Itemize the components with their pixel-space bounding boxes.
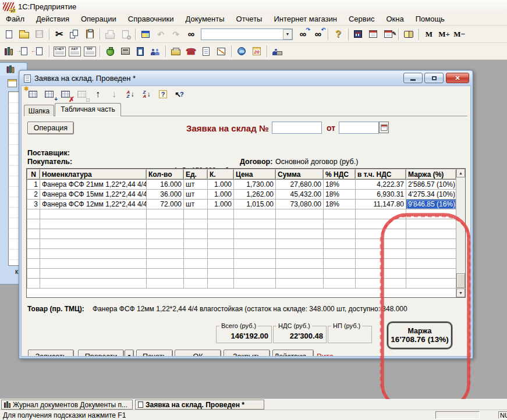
memory-icon[interactable]: M bbox=[421, 27, 437, 41]
help-icon[interactable]: ? bbox=[331, 27, 346, 41]
partners-icon[interactable] bbox=[148, 44, 163, 59]
empty-table-cell[interactable] bbox=[276, 269, 324, 279]
ok-button[interactable]: ОК bbox=[175, 350, 221, 357]
empty-table-cell[interactable] bbox=[234, 259, 276, 269]
empty-table-cell[interactable] bbox=[147, 269, 184, 279]
table-cell[interactable]: 4,222.37 bbox=[356, 180, 406, 190]
empty-table-cell[interactable] bbox=[276, 239, 324, 249]
book-description-icon[interactable] bbox=[401, 27, 416, 41]
table-cell[interactable]: шт bbox=[184, 180, 208, 190]
calendar-date-icon[interactable]: 20 bbox=[249, 44, 264, 59]
empty-table-cell[interactable] bbox=[234, 279, 276, 289]
empty-table-cell[interactable] bbox=[208, 209, 234, 219]
empty-table-cell[interactable] bbox=[406, 229, 456, 239]
operation-button[interactable]: Операция bbox=[27, 122, 74, 134]
table-cell[interactable]: шт bbox=[184, 200, 208, 209]
row-delete-icon[interactable]: ✗ bbox=[58, 87, 73, 102]
empty-table-cell[interactable] bbox=[27, 209, 40, 219]
calculator-icon[interactable] bbox=[350, 27, 366, 41]
table-cell[interactable]: 11,147.80 bbox=[356, 200, 406, 209]
actions-button[interactable]: Действия... bbox=[272, 350, 314, 357]
empty-table-cell[interactable] bbox=[147, 279, 184, 289]
menu-item-0[interactable]: Файл bbox=[0, 13, 30, 25]
empty-table-cell[interactable] bbox=[147, 239, 184, 249]
find-previous-icon[interactable]: ∞↶ bbox=[310, 27, 325, 41]
document-out-icon[interactable]: ← bbox=[31, 44, 47, 59]
empty-table-cell[interactable] bbox=[147, 219, 184, 229]
calendar-icon[interactable] bbox=[366, 27, 381, 41]
empty-table-cell[interactable] bbox=[356, 229, 406, 239]
memory-plus-icon[interactable]: M+ bbox=[437, 27, 452, 41]
empty-table-cell[interactable] bbox=[208, 269, 234, 279]
scroll-down-arrow[interactable]: ▼ bbox=[456, 289, 465, 297]
act-doc-icon[interactable]: АКТ bbox=[67, 44, 82, 59]
money-bag-icon[interactable] bbox=[102, 44, 118, 59]
empty-table-cell[interactable] bbox=[40, 219, 147, 229]
empty-table-cell[interactable] bbox=[276, 219, 324, 229]
empty-table-cell[interactable] bbox=[40, 209, 147, 219]
help-box-icon[interactable]: ? bbox=[155, 87, 171, 102]
combobox-dropdown-icon[interactable]: ▼ bbox=[283, 29, 292, 40]
table-cell[interactable]: 45,432.00 bbox=[276, 190, 324, 200]
find-next-icon[interactable]: ∞↷ bbox=[295, 27, 310, 41]
table-cell[interactable]: 1.000 bbox=[208, 180, 234, 190]
post-button[interactable]: Провести bbox=[78, 350, 124, 357]
empty-table-cell[interactable] bbox=[27, 259, 40, 269]
menu-item-9[interactable]: Помощь bbox=[410, 13, 451, 25]
empty-table-cell[interactable] bbox=[184, 209, 208, 219]
taskbar-item-request[interactable]: Заявка на склад. Проведен * bbox=[135, 400, 264, 410]
post-dropdown-button[interactable]: ▼ bbox=[125, 350, 134, 357]
print-button[interactable]: Печать bbox=[136, 350, 173, 357]
empty-table-cell[interactable] bbox=[356, 209, 406, 219]
table-cell[interactable]: 1,262.00 bbox=[234, 190, 276, 200]
internet-globe-icon[interactable] bbox=[234, 44, 249, 59]
table-cell[interactable]: 1.000 bbox=[208, 190, 234, 200]
cash-register-icon[interactable] bbox=[118, 44, 133, 59]
empty-table-cell[interactable] bbox=[184, 259, 208, 269]
empty-table-cell[interactable] bbox=[276, 249, 324, 259]
move-up-icon[interactable]: ↑ bbox=[90, 87, 105, 102]
empty-table-cell[interactable] bbox=[356, 269, 406, 279]
empty-table-cell[interactable] bbox=[147, 229, 184, 239]
table-cell[interactable]: 18% bbox=[324, 200, 356, 209]
empty-table-cell[interactable] bbox=[276, 229, 324, 239]
empty-table-cell[interactable] bbox=[208, 219, 234, 229]
empty-table-cell[interactable] bbox=[406, 249, 456, 259]
menu-item-4[interactable]: Документы bbox=[180, 13, 231, 25]
table-cell[interactable]: 2 bbox=[27, 190, 40, 200]
empty-table-cell[interactable] bbox=[40, 259, 147, 269]
empty-table-cell[interactable] bbox=[356, 259, 406, 269]
empty-table-cell[interactable] bbox=[234, 219, 276, 229]
empty-table-cell[interactable] bbox=[208, 239, 234, 249]
table-cell[interactable]: 3 bbox=[27, 200, 40, 209]
empty-table-cell[interactable] bbox=[27, 239, 40, 249]
request-number-input[interactable] bbox=[272, 122, 322, 134]
new-document-icon[interactable] bbox=[1, 27, 16, 41]
empty-table-cell[interactable] bbox=[234, 209, 276, 219]
invoice-doc-icon[interactable]: СЧЕТ bbox=[52, 44, 67, 59]
empty-table-cell[interactable] bbox=[147, 249, 184, 259]
calendar-picker-button[interactable] bbox=[379, 122, 389, 133]
empty-table-cell[interactable] bbox=[234, 269, 276, 279]
empty-table-cell[interactable] bbox=[324, 269, 356, 279]
empty-table-cell[interactable] bbox=[356, 219, 406, 229]
phone-icon[interactable]: ☎ bbox=[183, 44, 198, 59]
empty-table-cell[interactable] bbox=[234, 229, 276, 239]
table-cell[interactable]: Фанера ФСФ 21мм 1,22*2,44 4/4 bbox=[40, 180, 147, 190]
tab-shapka[interactable]: Шапка bbox=[24, 105, 54, 116]
empty-table-cell[interactable] bbox=[406, 219, 456, 229]
menu-item-8[interactable]: Окна bbox=[380, 13, 409, 25]
empty-table-cell[interactable] bbox=[27, 229, 40, 239]
empty-table-cell[interactable] bbox=[27, 249, 40, 259]
date-input[interactable] bbox=[339, 122, 379, 134]
device-icon[interactable] bbox=[168, 44, 183, 59]
empty-table-cell[interactable] bbox=[27, 219, 40, 229]
menu-item-5[interactable]: Отчеты bbox=[231, 13, 268, 25]
empty-table-cell[interactable] bbox=[406, 209, 456, 219]
empty-table-cell[interactable] bbox=[208, 249, 234, 259]
menu-item-7[interactable]: Сервис bbox=[343, 13, 381, 25]
memory-minus-icon[interactable]: M− bbox=[452, 27, 467, 41]
empty-table-cell[interactable] bbox=[184, 219, 208, 229]
empty-table-cell[interactable] bbox=[208, 279, 234, 289]
menu-item-3[interactable]: Справочники bbox=[122, 13, 180, 25]
